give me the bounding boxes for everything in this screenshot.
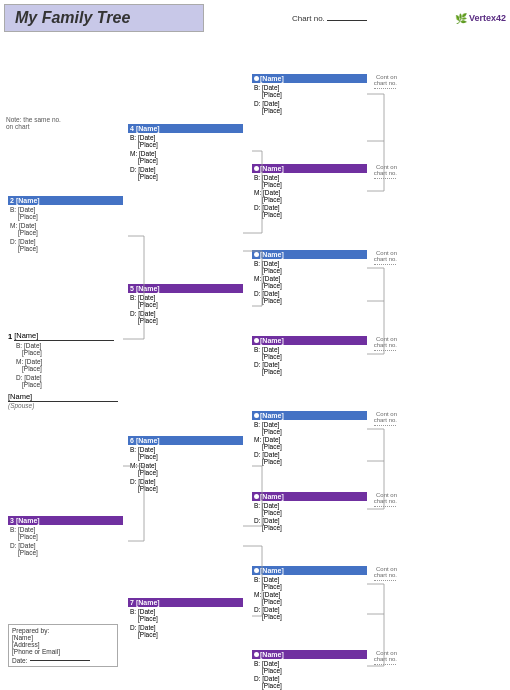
person-6-block: 6 [Name] B: [Date] [Place] M: [Date] [Pl… <box>128 436 243 492</box>
person-10-block: [Name] B: [Date] [Place] M: [Date] [Plac… <box>252 250 367 304</box>
p4-mp: [Place] <box>128 157 243 164</box>
p10-bullet <box>254 252 259 257</box>
chart-number: Chart no. <box>292 14 367 23</box>
p12-bullet <box>254 413 259 418</box>
page: My Family Tree Chart no. 🌿 Vertex42 Note… <box>0 0 510 690</box>
p9-name-bar: [Name] <box>252 164 367 173</box>
p6-m: M: [Date] <box>128 462 243 469</box>
p8-cont: Cont on chart no. <box>374 74 397 89</box>
p4-bp: [Place] <box>128 141 243 148</box>
page-title: My Family Tree <box>4 4 204 32</box>
p1-death: D: [Date] <box>8 374 123 381</box>
p4-dp: [Place] <box>128 173 243 180</box>
p6-b: B: [Date] <box>128 446 243 453</box>
p6-name-bar: 6 [Name] <box>128 436 243 445</box>
p15-name-bar: [Name] <box>252 650 367 659</box>
p1-marriage: M: [Date] <box>8 358 123 365</box>
p14-cont: Cont on chart no. <box>374 566 397 581</box>
person-5-block: 5 [Name] B: [Date] [Place] D: [Date] [Pl… <box>128 284 243 324</box>
p14-bullet <box>254 568 259 573</box>
p5-name-bar: 5 [Name] <box>128 284 243 293</box>
p1-spouse-name: [Name] <box>8 392 118 402</box>
p13-bullet <box>254 494 259 499</box>
p8-b: B: [Date] <box>252 84 367 91</box>
header: My Family Tree Chart no. 🌿 Vertex42 <box>4 4 506 32</box>
person-1-number: 1 <box>8 332 12 341</box>
p3-name-bar: 3 [Name] <box>8 516 123 525</box>
p7-dp: [Place] <box>128 631 243 638</box>
p2-m: M: [Date] <box>8 222 123 229</box>
p5-b: B: [Date] <box>128 294 243 301</box>
chart-no-field[interactable] <box>327 20 367 21</box>
p9-bullet <box>254 166 259 171</box>
p3-d: D: [Date] <box>8 542 123 549</box>
p5-d: D: [Date] <box>128 310 243 317</box>
person-12-block: [Name] B: [Date] [Place] M: [Date] [Plac… <box>252 411 367 465</box>
person-4-block: 4 [Name] B: [Date] [Place] M: [Date] [Pl… <box>128 124 243 180</box>
person-1-block: 1 [Name] B: [Date] [Place] M: [Date] [Pl… <box>8 331 123 409</box>
p11-cont: Cont on chart no. <box>374 336 397 351</box>
person-9-block: [Name] B: [Date] [Place] M: [Date] [Plac… <box>252 164 367 218</box>
p2-bp: [Place] <box>8 213 123 220</box>
p2-b: B: [Date] <box>8 206 123 213</box>
p5-dp: [Place] <box>128 317 243 324</box>
person-11-block: [Name] B: [Date] [Place] D: [Date] [Plac… <box>252 336 367 375</box>
p5-bp: [Place] <box>128 301 243 308</box>
p1-spouse-label: (Spouse) <box>8 402 123 409</box>
person-15-block: [Name] B: [Date] [Place] D: [Date] [Plac… <box>252 650 367 689</box>
person-2-block: 2 [Name] B: [Date] [Place] M: [Date] [Pl… <box>8 196 123 252</box>
p7-bp: [Place] <box>128 615 243 622</box>
p9-cont: Cont on chart no. <box>374 164 397 179</box>
logo-icon: 🌿 <box>455 13 467 24</box>
p6-d: D: [Date] <box>128 478 243 485</box>
p15-cont: Cont on chart no. <box>374 650 397 665</box>
main-area: Note: the same no. on chart 1 [Name] B: … <box>4 36 506 688</box>
p8-bullet <box>254 76 259 81</box>
p13-cont: Cont on chart no. <box>374 492 397 507</box>
p4-m: M: [Date] <box>128 150 243 157</box>
note-box: Note: the same no. on chart <box>6 116 86 130</box>
p10-cont: Cont on chart no. <box>374 250 397 265</box>
date-field[interactable] <box>30 660 90 661</box>
p2-d: D: [Date] <box>8 238 123 245</box>
logo: 🌿 Vertex42 <box>455 13 506 24</box>
p7-d: D: [Date] <box>128 624 243 631</box>
p3-b: B: [Date] <box>8 526 123 533</box>
person-7-block: 7 [Name] B: [Date] [Place] D: [Date] [Pl… <box>128 598 243 638</box>
p4-d: D: [Date] <box>128 166 243 173</box>
p2-mp: [Place] <box>8 229 123 236</box>
p11-name-bar: [Name] <box>252 336 367 345</box>
p2-name-bar: 2 [Name] <box>8 196 123 205</box>
p1-birth: B: [Date] <box>8 342 123 349</box>
p1-death-place: [Place] <box>8 381 123 388</box>
p12-cont: Cont on chart no. <box>374 411 397 426</box>
p7-b: B: [Date] <box>128 608 243 615</box>
p4-b: B: [Date] <box>128 134 243 141</box>
person-1-name: [Name] <box>14 331 114 341</box>
person-3-block: 3 [Name] B: [Date] [Place] D: [Date] [Pl… <box>8 516 123 556</box>
prepared-box: Prepared by: [Name] [Address] [Phone or … <box>8 624 118 667</box>
p6-mp: [Place] <box>128 469 243 476</box>
p2-dp: [Place] <box>8 245 123 252</box>
p13-name-bar: [Name] <box>252 492 367 501</box>
p3-dp: [Place] <box>8 549 123 556</box>
p15-bullet <box>254 652 259 657</box>
p10-name-bar: [Name] <box>252 250 367 259</box>
p8-name-bar: [Name] <box>252 74 367 83</box>
person-8-block: [Name] B: [Date] [Place] D: [Date] [Plac… <box>252 74 367 114</box>
p6-bp: [Place] <box>128 453 243 460</box>
p12-name-bar: [Name] <box>252 411 367 420</box>
p7-name-bar: 7 [Name] <box>128 598 243 607</box>
p11-bullet <box>254 338 259 343</box>
date-row: Date: <box>12 657 114 664</box>
p1-marriage-place: [Place] <box>8 365 123 372</box>
p1-birth-place: [Place] <box>8 349 123 356</box>
person-14-block: [Name] B: [Date] [Place] M: [Date] [Plac… <box>252 566 367 620</box>
p3-bp: [Place] <box>8 533 123 540</box>
p6-dp: [Place] <box>128 485 243 492</box>
person-13-block: [Name] B: [Date] [Place] D: [Date] [Plac… <box>252 492 367 531</box>
p14-name-bar: [Name] <box>252 566 367 575</box>
p4-name-bar: 4 [Name] <box>128 124 243 133</box>
